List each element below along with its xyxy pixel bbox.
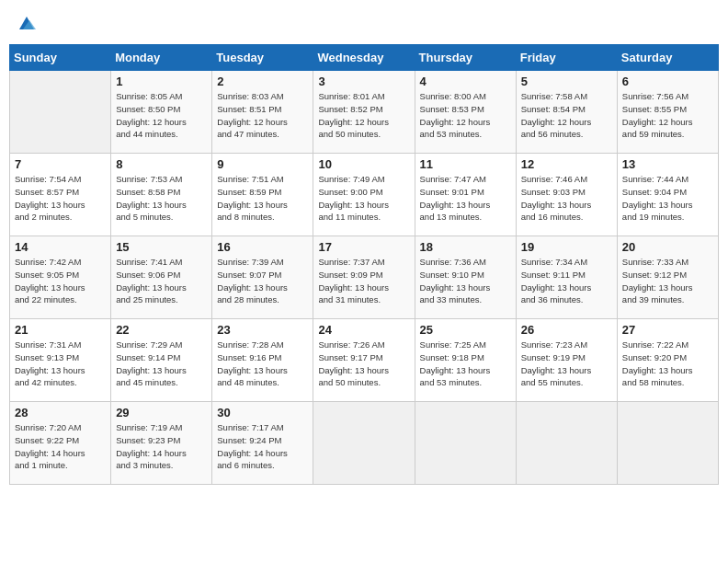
calendar-cell: 30Sunrise: 7:17 AMSunset: 9:24 PMDayligh…	[212, 402, 313, 485]
day-number: 30	[217, 406, 308, 419]
day-number: 2	[217, 75, 308, 88]
day-number: 3	[318, 75, 409, 88]
calendar-cell: 26Sunrise: 7:23 AMSunset: 9:19 PMDayligh…	[516, 319, 617, 402]
day-info: Sunrise: 7:44 AMSunset: 9:04 PMDaylight:…	[622, 173, 713, 224]
weekday-header-tuesday: Tuesday	[212, 45, 313, 71]
weekday-header-wednesday: Wednesday	[313, 45, 415, 71]
day-info: Sunrise: 7:17 AMSunset: 9:24 PMDaylight:…	[217, 421, 308, 472]
calendar-cell	[415, 402, 516, 485]
calendar-week-4: 21Sunrise: 7:31 AMSunset: 9:13 PMDayligh…	[10, 319, 719, 402]
calendar-cell: 18Sunrise: 7:36 AMSunset: 9:10 PMDayligh…	[415, 236, 516, 319]
day-number: 9	[217, 157, 308, 171]
day-info: Sunrise: 8:03 AMSunset: 8:51 PMDaylight:…	[217, 90, 308, 141]
calendar-cell: 3Sunrise: 8:01 AMSunset: 8:52 PMDaylight…	[313, 71, 415, 154]
calendar-cell: 19Sunrise: 7:34 AMSunset: 9:11 PMDayligh…	[516, 236, 617, 319]
day-info: Sunrise: 7:31 AMSunset: 9:13 PMDaylight:…	[15, 339, 106, 389]
calendar-cell: 23Sunrise: 7:28 AMSunset: 9:16 PMDayligh…	[212, 319, 313, 402]
day-info: Sunrise: 7:26 AMSunset: 9:17 PMDaylight:…	[318, 339, 409, 389]
day-number: 13	[622, 157, 713, 171]
day-number: 4	[420, 75, 511, 88]
page-header	[9, 9, 719, 37]
day-number: 22	[116, 323, 207, 337]
day-info: Sunrise: 7:41 AMSunset: 9:06 PMDaylight:…	[116, 256, 207, 306]
calendar-cell: 28Sunrise: 7:20 AMSunset: 9:22 PMDayligh…	[10, 402, 111, 485]
day-number: 8	[116, 157, 207, 171]
day-number: 25	[420, 323, 511, 337]
calendar-cell: 25Sunrise: 7:25 AMSunset: 9:18 PMDayligh…	[415, 319, 516, 402]
day-number: 28	[15, 406, 106, 419]
calendar-cell: 7Sunrise: 7:54 AMSunset: 8:57 PMDaylight…	[10, 154, 111, 236]
calendar-cell: 8Sunrise: 7:53 AMSunset: 8:58 PMDaylight…	[111, 154, 212, 236]
day-info: Sunrise: 7:46 AMSunset: 9:03 PMDaylight:…	[521, 173, 612, 224]
weekday-header-saturday: Saturday	[617, 45, 718, 71]
day-number: 17	[318, 240, 409, 254]
day-info: Sunrise: 7:53 AMSunset: 8:58 PMDaylight:…	[116, 173, 207, 224]
day-info: Sunrise: 8:01 AMSunset: 8:52 PMDaylight:…	[318, 90, 409, 141]
day-number: 29	[116, 406, 207, 419]
calendar-table: SundayMondayTuesdayWednesdayThursdayFrid…	[9, 44, 719, 485]
day-info: Sunrise: 8:05 AMSunset: 8:50 PMDaylight:…	[116, 90, 207, 141]
day-number: 16	[217, 240, 308, 254]
calendar-cell	[516, 402, 617, 485]
weekday-header-monday: Monday	[111, 45, 212, 71]
day-info: Sunrise: 7:39 AMSunset: 9:07 PMDaylight:…	[217, 256, 308, 306]
day-number: 19	[521, 240, 612, 254]
calendar-cell: 17Sunrise: 7:37 AMSunset: 9:09 PMDayligh…	[313, 236, 415, 319]
day-info: Sunrise: 7:58 AMSunset: 8:54 PMDaylight:…	[521, 90, 612, 141]
day-info: Sunrise: 7:54 AMSunset: 8:57 PMDaylight:…	[15, 173, 106, 224]
day-number: 7	[15, 157, 106, 171]
weekday-header-thursday: Thursday	[415, 45, 516, 71]
day-info: Sunrise: 7:51 AMSunset: 8:59 PMDaylight:…	[217, 173, 308, 224]
day-number: 14	[15, 240, 106, 254]
day-info: Sunrise: 7:47 AMSunset: 9:01 PMDaylight:…	[420, 173, 511, 224]
day-info: Sunrise: 8:00 AMSunset: 8:53 PMDaylight:…	[420, 90, 511, 141]
day-info: Sunrise: 7:23 AMSunset: 9:19 PMDaylight:…	[521, 339, 612, 389]
calendar-cell: 14Sunrise: 7:42 AMSunset: 9:05 PMDayligh…	[10, 236, 111, 319]
calendar-cell: 24Sunrise: 7:26 AMSunset: 9:17 PMDayligh…	[313, 319, 415, 402]
day-number: 27	[622, 323, 713, 337]
day-number: 10	[318, 157, 409, 171]
day-info: Sunrise: 7:20 AMSunset: 9:22 PMDaylight:…	[15, 421, 106, 472]
calendar-cell: 11Sunrise: 7:47 AMSunset: 9:01 PMDayligh…	[415, 154, 516, 236]
day-info: Sunrise: 7:29 AMSunset: 9:14 PMDaylight:…	[116, 339, 207, 389]
calendar-week-3: 14Sunrise: 7:42 AMSunset: 9:05 PMDayligh…	[10, 236, 719, 319]
day-info: Sunrise: 7:19 AMSunset: 9:23 PMDaylight:…	[116, 421, 207, 472]
calendar-cell: 4Sunrise: 8:00 AMSunset: 8:53 PMDaylight…	[415, 71, 516, 154]
calendar-cell: 21Sunrise: 7:31 AMSunset: 9:13 PMDayligh…	[10, 319, 111, 402]
calendar-cell: 12Sunrise: 7:46 AMSunset: 9:03 PMDayligh…	[516, 154, 617, 236]
day-number: 1	[116, 75, 207, 88]
day-number: 5	[521, 75, 612, 88]
weekday-header-friday: Friday	[516, 45, 617, 71]
calendar-cell: 10Sunrise: 7:49 AMSunset: 9:00 PMDayligh…	[313, 154, 415, 236]
calendar-cell: 5Sunrise: 7:58 AMSunset: 8:54 PMDaylight…	[516, 71, 617, 154]
calendar-cell: 1Sunrise: 8:05 AMSunset: 8:50 PMDaylight…	[111, 71, 212, 154]
day-number: 11	[420, 157, 511, 171]
calendar-cell: 9Sunrise: 7:51 AMSunset: 8:59 PMDaylight…	[212, 154, 313, 236]
day-info: Sunrise: 7:42 AMSunset: 9:05 PMDaylight:…	[15, 256, 106, 306]
calendar-week-2: 7Sunrise: 7:54 AMSunset: 8:57 PMDaylight…	[10, 154, 719, 236]
day-number: 18	[420, 240, 511, 254]
calendar-cell: 6Sunrise: 7:56 AMSunset: 8:55 PMDaylight…	[617, 71, 718, 154]
calendar-cell	[617, 402, 718, 485]
day-info: Sunrise: 7:56 AMSunset: 8:55 PMDaylight:…	[622, 90, 713, 141]
day-info: Sunrise: 7:22 AMSunset: 9:20 PMDaylight:…	[622, 339, 713, 389]
day-number: 6	[622, 75, 713, 88]
day-number: 24	[318, 323, 409, 337]
calendar-week-1: 1Sunrise: 8:05 AMSunset: 8:50 PMDaylight…	[10, 71, 719, 154]
logo-icon	[17, 13, 37, 33]
calendar-cell: 29Sunrise: 7:19 AMSunset: 9:23 PMDayligh…	[111, 402, 212, 485]
day-info: Sunrise: 7:28 AMSunset: 9:16 PMDaylight:…	[217, 339, 308, 389]
day-number: 20	[622, 240, 713, 254]
day-info: Sunrise: 7:37 AMSunset: 9:09 PMDaylight:…	[318, 256, 409, 306]
day-number: 12	[521, 157, 612, 171]
calendar-cell: 22Sunrise: 7:29 AMSunset: 9:14 PMDayligh…	[111, 319, 212, 402]
day-number: 21	[15, 323, 106, 337]
calendar-cell: 2Sunrise: 8:03 AMSunset: 8:51 PMDaylight…	[212, 71, 313, 154]
calendar-cell: 13Sunrise: 7:44 AMSunset: 9:04 PMDayligh…	[617, 154, 718, 236]
calendar-cell	[10, 71, 111, 154]
day-info: Sunrise: 7:33 AMSunset: 9:12 PMDaylight:…	[622, 256, 713, 306]
calendar-cell: 15Sunrise: 7:41 AMSunset: 9:06 PMDayligh…	[111, 236, 212, 319]
calendar-cell	[313, 402, 415, 485]
calendar-cell: 20Sunrise: 7:33 AMSunset: 9:12 PMDayligh…	[617, 236, 718, 319]
logo	[15, 13, 37, 33]
